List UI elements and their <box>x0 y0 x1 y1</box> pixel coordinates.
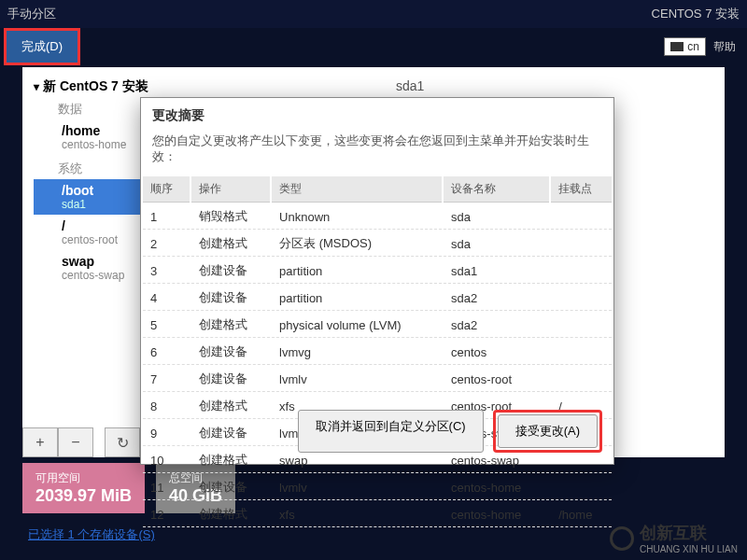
keyboard-icon <box>670 42 684 51</box>
remove-button[interactable]: − <box>58 427 93 457</box>
header-title-left: 手动分区 <box>7 6 56 22</box>
table-row[interactable]: 4创建设备partitionsda2 <box>143 286 612 311</box>
table-row[interactable]: 11创建设备lvmlvcentos-home <box>143 475 612 500</box>
changes-table: 顺序 操作 类型 设备名称 挂载点 1销毁格式Unknownsda2创建格式分区… <box>141 175 613 529</box>
help-button[interactable]: 帮助 <box>713 39 736 55</box>
table-row[interactable]: 1销毁格式Unknownsda <box>143 204 612 230</box>
dialog-title: 更改摘要 <box>141 98 613 133</box>
header-title-right: CENTOS 7 安装 <box>652 6 740 22</box>
table-row[interactable]: 5创建格式physical volume (LVM)sda2 <box>143 313 612 338</box>
accept-button[interactable]: 接受更改(A) <box>498 414 598 448</box>
done-button[interactable]: 完成(D) <box>4 28 80 65</box>
available-space: 可用空间 2039.97 MiB <box>22 463 145 513</box>
device-name: sda1 <box>396 78 713 93</box>
brand-logo-icon <box>610 526 634 551</box>
col-device[interactable]: 设备名称 <box>444 176 549 203</box>
table-row[interactable]: 2创建格式分区表 (MSDOS)sda <box>143 231 612 257</box>
col-type[interactable]: 类型 <box>272 176 442 203</box>
header-bar: 手动分区 CENTOS 7 安装 <box>0 0 747 28</box>
col-order[interactable]: 顺序 <box>143 176 190 203</box>
col-op[interactable]: 操作 <box>191 176 270 203</box>
change-summary-dialog: 更改摘要 您的自定义更改将产生以下变更，这些变更将会在您返回到主菜单并开始安装时… <box>140 97 614 465</box>
table-row[interactable]: 12创建格式xfscentos-home/home <box>143 502 612 527</box>
add-button[interactable]: + <box>22 427 58 457</box>
dialog-description: 您的自定义更改将产生以下变更，这些变更将会在您返回到主菜单并开始安装时生效： <box>141 133 613 175</box>
table-row[interactable]: 6创建设备lvmvgcentos <box>143 340 612 365</box>
storage-devices-link[interactable]: 已选择 1 个存储设备(S) <box>28 526 155 543</box>
reload-button[interactable]: ↻ <box>105 427 140 457</box>
language-selector[interactable]: cn <box>664 37 706 56</box>
table-row[interactable]: 3创建设备partitionsda1 <box>143 259 612 284</box>
table-row[interactable]: 7创建设备lvmlvcentos-root <box>143 367 612 392</box>
toolbar: + − ↻ <box>22 427 140 457</box>
watermark: 创新互联 CHUANG XIN HU LIAN <box>610 522 738 554</box>
tree-root[interactable]: ▾新 CentOS 7 安装 <box>34 78 351 95</box>
col-mount[interactable]: 挂载点 <box>551 176 612 203</box>
cancel-button[interactable]: 取消并返回到自定义分区(C) <box>298 410 484 453</box>
chevron-down-icon: ▾ <box>34 80 39 93</box>
